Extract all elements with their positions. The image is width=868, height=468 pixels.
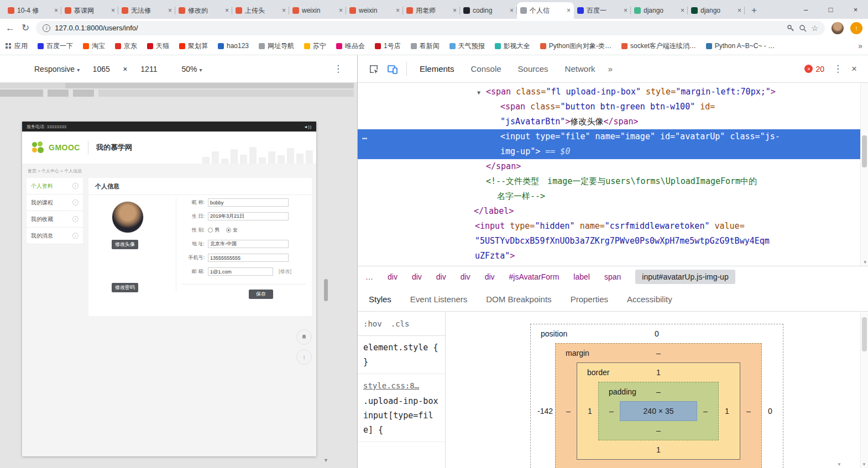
- code-line[interactable]: ▼<span class="fl upload-inp-box" style="…: [358, 85, 868, 99]
- radio-男[interactable]: [208, 228, 213, 233]
- tab-close-icon[interactable]: ×: [54, 7, 58, 14]
- zoom-icon[interactable]: [799, 24, 807, 32]
- styles-pane-tab[interactable]: Styles: [369, 295, 391, 304]
- breadcrumb-item[interactable]: div: [461, 272, 470, 281]
- media-query-bar[interactable]: [0, 83, 65, 88]
- back-icon[interactable]: ←: [6, 23, 15, 34]
- change-avatar-button[interactable]: 修改头像: [112, 240, 138, 249]
- breadcrumb-item[interactable]: label: [573, 272, 590, 281]
- bookmark-item[interactable]: 百度一下: [38, 41, 73, 51]
- media-query-bar[interactable]: [0, 90, 43, 97]
- css-source-link[interactable]: style.css:8…: [363, 378, 440, 393]
- sidebar-item[interactable]: 个人资料›: [27, 178, 83, 194]
- browser-tab[interactable]: coding×: [460, 2, 517, 19]
- device-mode-select[interactable]: Responsive▾: [34, 65, 80, 73]
- bookmark-item[interactable]: 网址导航: [259, 41, 294, 51]
- sidebar-item[interactable]: 我的消息›: [27, 228, 83, 244]
- box-model-position[interactable]: position0 -142 margin– – border1: [530, 324, 783, 468]
- breadcrumb-item[interactable]: input#avatarUp.js-img-up: [635, 270, 735, 284]
- horizontal-scroll-icon[interactable]: ▼: [837, 462, 841, 467]
- devtools-tab-console[interactable]: Console: [463, 55, 510, 83]
- bookmark-item[interactable]: Python面向对象-类…: [540, 41, 611, 51]
- zoom-select[interactable]: 50%▾: [181, 65, 202, 73]
- field-input[interactable]: 1@1.com: [208, 267, 273, 276]
- radio-女[interactable]: [226, 228, 231, 233]
- devtools-tab-sources[interactable]: Sources: [510, 55, 557, 83]
- box-model-border[interactable]: border1 1 padding– – 240 × 35: [577, 362, 740, 460]
- media-query-bar[interactable]: [73, 90, 94, 97]
- bookmark-item[interactable]: 看新闻: [411, 41, 440, 51]
- browser-tab[interactable]: 慕课网×: [61, 2, 118, 19]
- tab-close-icon[interactable]: ×: [510, 7, 514, 14]
- breadcrumb-item[interactable]: #jsAvatarForm: [509, 272, 560, 281]
- tab-close-icon[interactable]: ×: [624, 7, 628, 14]
- browser-tab[interactable]: 上传头×: [232, 2, 289, 19]
- browser-tab[interactable]: 百度一×: [574, 2, 631, 19]
- viewport-scroll-down-icon[interactable]: ▼: [323, 458, 328, 463]
- browser-tab[interactable]: 无法修×: [118, 2, 175, 19]
- browser-tab[interactable]: weixin×: [289, 2, 346, 19]
- profile-avatar[interactable]: [832, 22, 844, 34]
- styles-scrollbar[interactable]: ▼: [860, 312, 868, 468]
- bookmark-item[interactable]: socket客户端连续消…: [621, 41, 696, 51]
- viewport-scrollbar-thumb[interactable]: [324, 279, 328, 301]
- breadcrumb-item[interactable]: div: [485, 272, 495, 281]
- site-info-icon[interactable]: i: [43, 24, 50, 32]
- media-query-bar[interactable]: [48, 90, 69, 97]
- bookmark-item[interactable]: 1号店: [375, 41, 401, 51]
- field-input[interactable]: bobby: [208, 198, 289, 207]
- viewport-width-field[interactable]: 1065: [90, 65, 113, 73]
- code-line[interactable]: img-up"> == $0: [358, 144, 868, 159]
- tab-close-icon[interactable]: ×: [339, 7, 343, 14]
- styles-pane-tab[interactable]: Properties: [571, 295, 608, 304]
- field-input[interactable]: 2019年3月21日: [208, 212, 289, 220]
- styles-pane-tab[interactable]: Accessibility: [627, 295, 672, 304]
- element-style-rule[interactable]: element.style { }: [358, 336, 445, 374]
- maximize-button[interactable]: □: [818, 0, 843, 19]
- box-model-padding[interactable]: padding– – 240 × 35 – –: [598, 382, 719, 440]
- code-line[interactable]: <!--文件类型 image一定要与users\forms\UploadImag…: [358, 174, 868, 189]
- elements-scrollbar[interactable]: ▼: [860, 83, 868, 266]
- field-input[interactable]: 北京市-中国: [208, 240, 289, 248]
- styles-scrollbar-thumb[interactable]: [862, 317, 867, 351]
- notification-bell-button[interactable]: [296, 329, 312, 345]
- media-query-bar[interactable]: [98, 90, 354, 97]
- elements-scrollbar-thumb[interactable]: [862, 135, 867, 167]
- new-tab-button[interactable]: +: [747, 3, 761, 18]
- more-tabs-icon[interactable]: »: [604, 64, 617, 73]
- update-menu-icon[interactable]: ↑: [850, 22, 862, 34]
- omnibox[interactable]: i 127.0.0.1:8000/users/info/ ☆: [36, 21, 825, 35]
- code-line[interactable]: 名字一样-->: [358, 189, 868, 204]
- breadcrumb-item[interactable]: span: [604, 272, 621, 281]
- code-line[interactable]: <input type="hidden" name="csrfmiddlewar…: [358, 219, 868, 234]
- tab-close-icon[interactable]: ×: [168, 7, 172, 14]
- styles-filter[interactable]: .cls: [391, 319, 410, 328]
- gmooc-logo-text[interactable]: GMOOC: [49, 143, 80, 152]
- key-icon[interactable]: [787, 24, 794, 32]
- twisty-icon[interactable]: ▼: [477, 85, 486, 100]
- browser-tab[interactable]: weixin×: [346, 2, 403, 19]
- media-query-bar[interactable]: [65, 83, 354, 88]
- devtools-tab-elements[interactable]: Elements: [411, 55, 463, 83]
- tab-close-icon[interactable]: ×: [681, 7, 684, 14]
- more-dots-icon[interactable]: …: [362, 129, 368, 144]
- code-line[interactable]: <span class="button btn-green btn-w100" …: [358, 99, 868, 114]
- bookmark-item[interactable]: hao123: [218, 42, 249, 50]
- styles-pane-tab[interactable]: Event Listeners: [410, 295, 467, 304]
- breadcrumb-item[interactable]: div: [388, 272, 398, 281]
- styles-scroll-down-icon[interactable]: ▼: [862, 462, 866, 467]
- breadcrumb-item[interactable]: div: [436, 272, 446, 281]
- tab-close-icon[interactable]: ×: [453, 7, 457, 14]
- bookmark-item[interactable]: 京东: [115, 41, 137, 51]
- sidebar-item[interactable]: 我的收藏›: [27, 211, 83, 228]
- tab-close-icon[interactable]: ×: [282, 7, 286, 14]
- code-line[interactable]: …<input type="file" name="image" id="ava…: [358, 129, 868, 144]
- bookmark-star-icon[interactable]: ☆: [811, 24, 818, 33]
- bookmark-item[interactable]: 苏宁: [304, 41, 326, 51]
- devtools-tab-network[interactable]: Network: [557, 55, 604, 83]
- bookmark-item[interactable]: 天猫: [147, 41, 169, 51]
- css-rule[interactable]: style.css:8… .upload-inp-box input[type=…: [358, 374, 445, 442]
- box-model-content[interactable]: 240 × 35: [620, 401, 697, 421]
- window-close-button[interactable]: ×: [843, 0, 868, 19]
- elements-scroll-down-icon[interactable]: ▼: [864, 260, 866, 265]
